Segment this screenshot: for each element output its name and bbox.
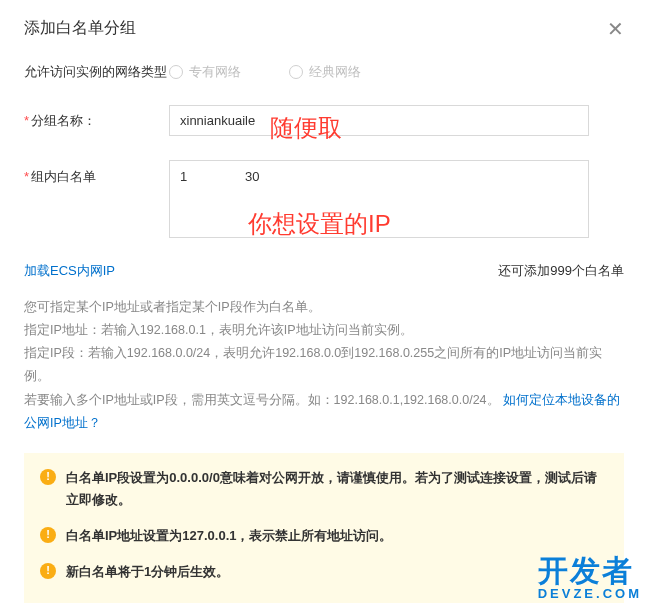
radio-label: 经典网络 [309, 63, 361, 81]
group-name-input[interactable] [169, 105, 589, 136]
warning-icon [40, 527, 56, 543]
group-name-label: *分组名称： [24, 112, 169, 130]
radio-icon [289, 65, 303, 79]
warning-icon [40, 563, 56, 579]
warning-text: 白名单IP段设置为0.0.0.0/0意味着对公网开放，请谨慎使用。若为了测试连接… [66, 467, 608, 511]
radio-icon [169, 65, 183, 79]
help-line: 若要输入多个IP地址或IP段，需用英文逗号分隔。如：192.168.0.1,19… [24, 389, 624, 435]
warning-icon [40, 469, 56, 485]
whitelist-input[interactable]: 1 30 [169, 160, 589, 238]
load-ecs-link[interactable]: 加载ECS内网IP [24, 262, 115, 280]
close-icon[interactable]: ✕ [607, 19, 624, 39]
help-line: 指定IP地址：若输入192.168.0.1，表明允许该IP地址访问当前实例。 [24, 319, 624, 342]
modal-title: 添加白名单分组 [24, 18, 136, 39]
warning-text: 白名单IP地址设置为127.0.0.1，表示禁止所有地址访问。 [66, 525, 393, 547]
required-star: * [24, 169, 29, 184]
warning-block: 白名单IP段设置为0.0.0.0/0意味着对公网开放，请谨慎使用。若为了测试连接… [24, 453, 624, 603]
whitelist-label: *组内白名单 [24, 160, 169, 186]
remaining-count: 还可添加999个白名单 [498, 262, 624, 280]
help-text-block: 您可指定某个IP地址或者指定某个IP段作为白名单。 指定IP地址：若输入192.… [24, 296, 624, 435]
help-line: 您可指定某个IP地址或者指定某个IP段作为白名单。 [24, 296, 624, 319]
help-line: 指定IP段：若输入192.168.0.0/24，表明允许192.168.0.0到… [24, 342, 624, 388]
radio-classic-network[interactable]: 经典网络 [289, 63, 361, 81]
required-star: * [24, 113, 29, 128]
radio-label: 专有网络 [189, 63, 241, 81]
warning-text: 新白名单将于1分钟后生效。 [66, 561, 229, 583]
radio-private-network[interactable]: 专有网络 [169, 63, 241, 81]
network-type-label: 允许访问实例的网络类型 [24, 63, 169, 81]
